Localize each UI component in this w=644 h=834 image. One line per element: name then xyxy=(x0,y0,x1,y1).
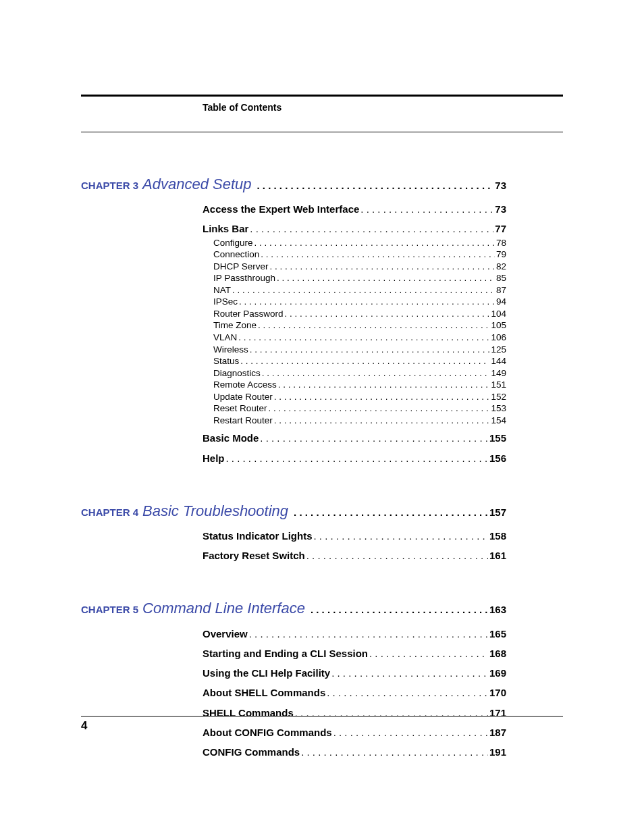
leader-dots xyxy=(262,367,490,380)
chapter-title: Command Line Interface xyxy=(142,600,305,617)
leader-dots xyxy=(238,332,489,344)
chapter-page: 163 xyxy=(489,602,506,617)
section-row[interactable]: Starting and Ending a CLI Session 168 xyxy=(203,646,506,661)
leader-dots xyxy=(331,665,488,681)
leader-dots xyxy=(269,402,490,415)
leader-dots xyxy=(274,391,490,403)
section-page: 155 xyxy=(489,430,506,446)
section-row[interactable]: Status Indicator Lights 158 xyxy=(203,528,506,544)
subsection-label: Reset Router xyxy=(213,402,267,415)
page-number: 4 xyxy=(81,719,563,733)
subsection-page: 149 xyxy=(491,367,506,380)
subsection-row[interactable]: Router Password104 xyxy=(203,308,506,320)
leader-dots xyxy=(261,249,495,261)
subsection-row[interactable]: Update Router152 xyxy=(203,391,506,403)
chapter-page: 157 xyxy=(489,504,506,520)
section-list: Status Indicator Lights 158Factory Reset… xyxy=(81,528,506,564)
section-row[interactable]: Factory Reset Switch 161 xyxy=(203,548,506,563)
section-row[interactable]: CONFIG Commands 191 xyxy=(203,744,506,760)
section-page: 77 xyxy=(495,221,506,236)
subsection-page: 105 xyxy=(491,319,506,332)
leader-dots xyxy=(257,178,493,193)
subsection-row[interactable]: Remote Access151 xyxy=(203,379,506,391)
subsection-label: NAT xyxy=(213,284,231,296)
leader-dots xyxy=(306,548,488,563)
chapter-row[interactable]: CHAPTER 5Command Line Interface163 xyxy=(81,597,506,620)
section-page: 158 xyxy=(489,528,506,544)
leader-dots xyxy=(239,296,495,308)
section-page: 73 xyxy=(495,201,506,217)
leader-dots xyxy=(254,237,495,249)
leader-dots xyxy=(360,201,493,217)
section-label: Help xyxy=(203,450,225,466)
leader-dots xyxy=(314,528,488,544)
leader-dots xyxy=(250,344,490,356)
section-page: 168 xyxy=(489,646,506,661)
section-row[interactable]: Using the CLI Help Facility 169 xyxy=(203,665,506,681)
chapter-page: 73 xyxy=(495,178,506,193)
leader-dots xyxy=(249,626,488,642)
header-rule-bottom xyxy=(81,132,563,132)
document-page: Table of Contents CHAPTER 3Advanced Setu… xyxy=(0,0,644,834)
subsection-label: IPSec xyxy=(213,296,238,308)
section-label: Factory Reset Switch xyxy=(203,548,305,563)
section-list: Overview 165Starting and Ending a CLI Se… xyxy=(81,626,506,760)
subsection-label: Restart Router xyxy=(213,415,273,427)
subsection-row[interactable]: Time Zone105 xyxy=(203,319,506,332)
section-label: Links Bar xyxy=(203,221,248,236)
footer-rule xyxy=(81,716,563,716)
section-row[interactable]: Overview 165 xyxy=(203,626,506,642)
subsection-label: Wireless xyxy=(213,344,248,356)
subsection-label: Status xyxy=(213,355,239,367)
section-row[interactable]: Basic Mode 155 xyxy=(203,430,506,446)
subsection-row[interactable]: Wireless125 xyxy=(203,344,506,356)
subsection-label: VLAN xyxy=(213,332,237,344)
leader-dots xyxy=(274,415,490,427)
subsection-row[interactable]: NAT87 xyxy=(203,284,506,296)
subsection-row[interactable]: Restart Router154 xyxy=(203,415,506,427)
subsection-row[interactable]: Connection79 xyxy=(203,249,506,261)
chapter-row[interactable]: CHAPTER 3Advanced Setup73 xyxy=(81,173,506,196)
subsection-row[interactable]: Diagnostics149 xyxy=(203,367,506,380)
chapter-label: CHAPTER 5 xyxy=(81,604,138,615)
chapter-label: CHAPTER 4 xyxy=(81,506,138,518)
leader-dots xyxy=(250,221,493,236)
subsection-row[interactable]: Configure78 xyxy=(203,237,506,249)
section-row[interactable]: Access the Expert Web Interface 73 xyxy=(203,201,506,217)
section-label: Access the Expert Web Interface xyxy=(203,201,359,217)
leader-dots xyxy=(258,319,489,332)
subsection-page: 151 xyxy=(491,379,506,391)
leader-dots xyxy=(260,430,488,446)
subsection-row[interactable]: DHCP Server82 xyxy=(203,261,506,273)
chapter-title: Basic Troubleshooting xyxy=(142,502,288,519)
subsection-label: Router Password xyxy=(213,308,284,320)
section-page: 170 xyxy=(489,685,506,700)
section-label: Starting and Ending a CLI Session xyxy=(203,646,368,661)
subsection-label: Connection xyxy=(213,249,259,261)
section-label: Status Indicator Lights xyxy=(203,528,313,544)
subsection-row[interactable]: VLAN106 xyxy=(203,332,506,344)
section-label: Overview xyxy=(203,626,248,642)
section-row[interactable]: About SHELL Commands 170 xyxy=(203,685,506,700)
subsection-row[interactable]: IP Passthrough85 xyxy=(203,272,506,284)
chapter-block: CHAPTER 5Command Line Interface163Overvi… xyxy=(81,597,506,760)
section-row[interactable]: Help 156 xyxy=(203,450,506,466)
subsection-page: 125 xyxy=(491,344,506,356)
subsection-row[interactable]: IPSec94 xyxy=(203,296,506,308)
section-label: Using the CLI Help Facility xyxy=(203,665,330,681)
section-page: 165 xyxy=(489,626,506,642)
subsection-label: Diagnostics xyxy=(213,367,261,380)
subsection-row[interactable]: Reset Router153 xyxy=(203,402,506,415)
leader-dots xyxy=(277,272,495,284)
leader-dots xyxy=(311,602,488,617)
chapter-row[interactable]: CHAPTER 4Basic Troubleshooting157 xyxy=(81,500,506,523)
table-of-contents: CHAPTER 3Advanced Setup73Access the Expe… xyxy=(81,173,506,760)
subsection-label: Configure xyxy=(213,237,253,249)
subsection-page: 79 xyxy=(496,249,506,261)
section-page: 169 xyxy=(489,665,506,681)
subsection-row[interactable]: Status144 xyxy=(203,355,506,367)
section-page: 191 xyxy=(489,744,506,760)
section-row[interactable]: Links Bar 77 xyxy=(203,221,506,236)
leader-dots xyxy=(369,646,488,661)
subsection-page: 104 xyxy=(491,308,506,320)
